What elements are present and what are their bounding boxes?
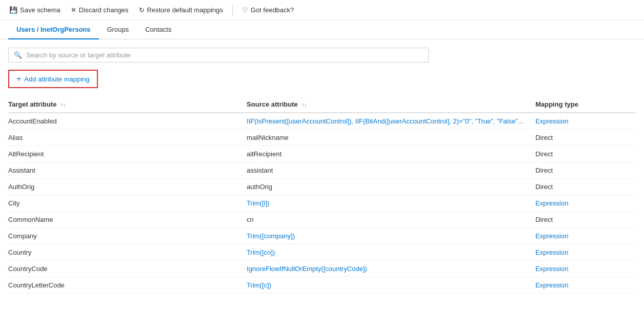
add-attribute-mapping-label: Add attribute mapping — [24, 75, 89, 83]
mapping-type-cell: Expression — [535, 261, 636, 277]
attribute-mapping-table: Target attribute ↑↓ Source attribute ↑↓ … — [8, 96, 636, 294]
table-row[interactable]: AltRecipientaltRecipientDirect — [8, 146, 636, 162]
source-attribute-cell: mailNickname — [247, 130, 535, 146]
table-header-row: Target attribute ↑↓ Source attribute ↑↓ … — [8, 96, 636, 113]
plus-icon: + — [16, 74, 21, 84]
mapping-type-cell: Expression — [535, 113, 636, 130]
source-sort-arrows[interactable]: ↑↓ — [301, 102, 307, 108]
source-attribute-cell: Trim([co]) — [247, 244, 535, 261]
search-box[interactable]: 🔍 — [8, 48, 429, 63]
table-row[interactable]: AssistantassistantDirect — [8, 162, 636, 179]
target-attribute-cell: CommonName — [8, 212, 247, 228]
mapping-type-cell: Expression — [535, 228, 636, 244]
search-input[interactable] — [26, 51, 423, 59]
tab-bar: Users / InetOrgPersons Groups Contacts — [0, 20, 644, 39]
mapping-type-header: Mapping type — [535, 96, 636, 113]
toolbar-divider — [232, 5, 233, 15]
tab-contacts[interactable]: Contacts — [137, 20, 179, 39]
main-content: 🔍 + Add attribute mapping Target attribu… — [0, 39, 644, 302]
source-attribute-cell: Trim([company]) — [247, 228, 535, 244]
target-attribute-cell: Alias — [8, 130, 247, 146]
table-row[interactable]: AliasmailNicknameDirect — [8, 130, 636, 146]
source-attribute-cell: IIF(IsPresent([userAccountControl]), IIF… — [247, 113, 535, 130]
mapping-type-cell: Direct — [535, 212, 636, 228]
table-row[interactable]: CountryCodeIgnoreFlowIfNullOrEmpty([coun… — [8, 261, 636, 277]
restore-icon: ↻ — [139, 6, 145, 14]
mapping-type-cell: Direct — [535, 162, 636, 179]
source-attribute-cell: altRecipient — [247, 146, 535, 162]
source-attribute-cell: authOrig — [247, 179, 535, 195]
toolbar: 💾 Save schema ✕ Discard changes ↻ Restor… — [0, 0, 644, 20]
target-attribute-cell: AltRecipient — [8, 146, 247, 162]
source-attribute-cell: IgnoreFlowIfNullOrEmpty([countryCode]) — [247, 261, 535, 277]
target-attribute-cell: AccountEnabled — [8, 113, 247, 130]
mapping-type-cell: Expression — [535, 244, 636, 261]
target-attribute-header[interactable]: Target attribute ↑↓ — [8, 96, 247, 113]
target-attribute-cell: CountryCode — [8, 261, 247, 277]
discard-changes-button[interactable]: ✕ Discard changes — [70, 4, 130, 16]
target-attribute-cell: AuthOrig — [8, 179, 247, 195]
discard-changes-label: Discard changes — [79, 6, 129, 14]
table-row[interactable]: AuthOrigauthOrigDirect — [8, 179, 636, 195]
mapping-type-cell: Direct — [535, 130, 636, 146]
save-icon: 💾 — [9, 6, 17, 14]
add-attribute-mapping-button[interactable]: + Add attribute mapping — [8, 70, 98, 88]
mapping-type-cell: Direct — [535, 179, 636, 195]
restore-mappings-button[interactable]: ↻ Restore default mappings — [138, 4, 224, 16]
feedback-label: Got feedback? — [251, 6, 294, 14]
table-row[interactable]: CompanyTrim([company])Expression — [8, 228, 636, 244]
tab-groups[interactable]: Groups — [99, 20, 137, 39]
target-sort-arrows[interactable]: ↑↓ — [61, 102, 66, 108]
save-schema-button[interactable]: 💾 Save schema — [8, 4, 62, 16]
save-schema-label: Save schema — [20, 6, 61, 14]
source-attribute-cell: Trim([l]) — [247, 195, 535, 212]
table-row[interactable]: CountryLetterCodeTrim([c])Expression — [8, 277, 636, 294]
search-icon: 🔍 — [14, 51, 22, 59]
target-attribute-cell: Company — [8, 228, 247, 244]
source-attribute-cell: cn — [247, 212, 535, 228]
table-row[interactable]: AccountEnabledIIF(IsPresent([userAccount… — [8, 113, 636, 130]
mapping-type-cell: Expression — [535, 277, 636, 294]
table-row[interactable]: CommonNamecnDirect — [8, 212, 636, 228]
mapping-type-cell: Direct — [535, 146, 636, 162]
heart-icon: ♡ — [242, 6, 248, 14]
target-attribute-cell: Country — [8, 244, 247, 261]
table-row[interactable]: CountryTrim([co])Expression — [8, 244, 636, 261]
target-attribute-cell: CountryLetterCode — [8, 277, 247, 294]
restore-mappings-label: Restore default mappings — [147, 6, 223, 14]
mapping-type-cell: Expression — [535, 195, 636, 212]
target-attribute-cell: Assistant — [8, 162, 247, 179]
close-icon: ✕ — [71, 6, 76, 14]
source-attribute-cell: assistant — [247, 162, 535, 179]
target-attribute-cell: City — [8, 195, 247, 212]
source-attribute-cell: Trim([c]) — [247, 277, 535, 294]
table-row[interactable]: CityTrim([l])Expression — [8, 195, 636, 212]
feedback-button[interactable]: ♡ Got feedback? — [241, 4, 295, 16]
source-attribute-header[interactable]: Source attribute ↑↓ — [247, 96, 535, 113]
tab-users[interactable]: Users / InetOrgPersons — [8, 20, 99, 39]
